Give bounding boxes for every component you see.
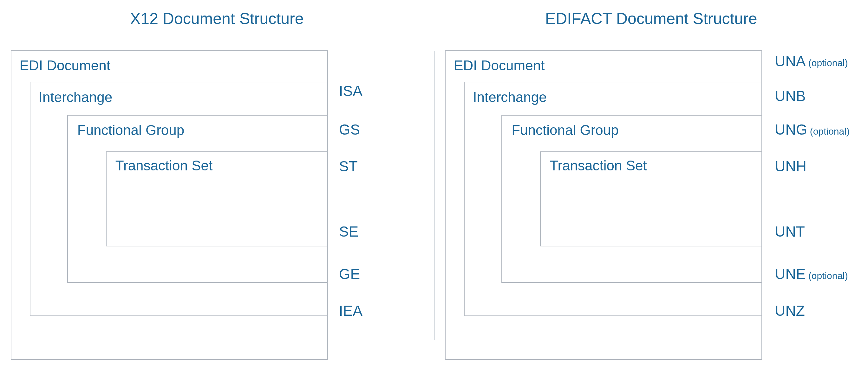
x12-label-doc: EDI Document [20, 58, 111, 73]
edifact-label-doc: EDI Document [454, 58, 545, 73]
x12-label-group: Functional Group [78, 122, 185, 138]
edifact-label-interchange: Interchange [473, 89, 547, 105]
x12-seg-se: SE [339, 223, 359, 240]
edifact-panel: EDIFACT Document Structure EDI Document … [434, 9, 868, 366]
edifact-seg-unb: UNB [775, 88, 806, 104]
x12-seg-iea: IEA [339, 302, 363, 319]
edifact-seg-unz: UNZ [775, 302, 805, 319]
edifact-label-group: Functional Group [512, 122, 619, 138]
edifact-title: EDIFACT Document Structure [545, 9, 757, 28]
edifact-seg-ung: UNG (optional) [775, 121, 849, 138]
edifact-seg-une: UNE (optional) [775, 265, 848, 282]
x12-label-tset: Transaction Set [116, 158, 213, 174]
x12-panel: X12 Document Structure EDI Document Inte… [0, 9, 434, 366]
edifact-diagram: EDI Document Interchange Functional Grou… [445, 50, 857, 366]
x12-seg-gs: GS [339, 121, 360, 138]
x12-title: X12 Document Structure [130, 9, 304, 28]
edifact-label-tset: Transaction Set [550, 158, 647, 174]
edifact-seg-unh: UNH [775, 158, 806, 175]
x12-seg-ge: GE [339, 265, 360, 282]
x12-seg-isa: ISA [339, 82, 363, 99]
x12-seg-st: ST [339, 158, 358, 175]
x12-label-interchange: Interchange [39, 89, 112, 105]
x12-diagram: EDI Document Interchange Functional Grou… [11, 50, 423, 366]
edifact-seg-una: UNA (optional) [775, 53, 848, 70]
edifact-seg-unt: UNT [775, 223, 805, 240]
diagram-container: X12 Document Structure EDI Document Inte… [0, 0, 868, 375]
